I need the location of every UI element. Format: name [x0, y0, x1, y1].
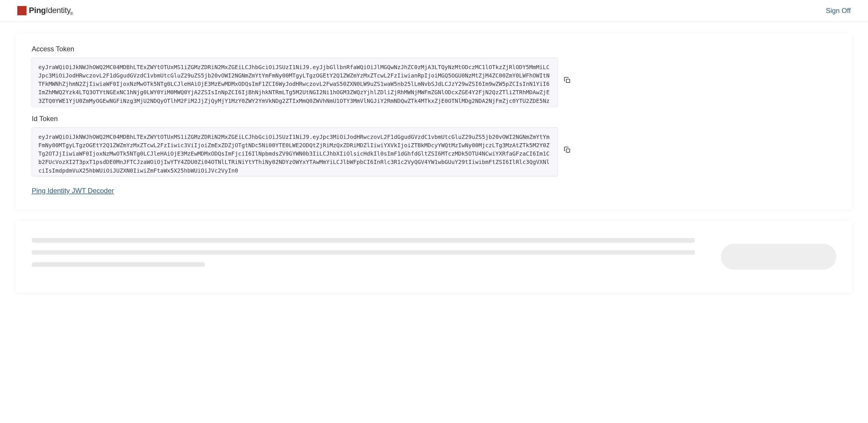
id-token-label: Id Token: [32, 115, 836, 123]
copy-icon: [563, 76, 571, 84]
loading-lines: [32, 238, 709, 267]
skeleton-line: [32, 250, 695, 255]
id-token-value: eyJraWQiOiJkNWJhOWQ2MC04MDBhLTExZWYtOTUx…: [32, 127, 558, 176]
copy-id-token-button[interactable]: [561, 144, 573, 156]
loading-card: [16, 221, 852, 293]
page-header: PingIdentity® Sign Off: [0, 0, 868, 22]
signoff-link[interactable]: Sign Off: [826, 7, 851, 15]
access-token-row: eyJraWQiOiJkNWJhOWQ2MC04MDBhLTExZWYtOTUx…: [32, 58, 836, 107]
brand-light: Identity: [46, 6, 71, 15]
skeleton-button: [721, 244, 836, 270]
jwt-decoder-link[interactable]: Ping Identity JWT Decoder: [32, 187, 114, 195]
svg-rect-0: [566, 79, 570, 83]
brand-logo-mark: [17, 6, 27, 15]
access-token-value: eyJraWQiOiJkNWJhOWQ2MC04MDBhLTExZWYtOTUx…: [32, 58, 558, 107]
content-area: Access Token eyJraWQiOiJkNWJhOWQ2MC04MDB…: [0, 22, 868, 310]
id-token-row: eyJraWQiOiJkNWJhOWQ2MC04MDBhLTExZWYtOTUx…: [32, 127, 836, 176]
copy-icon: [563, 146, 571, 154]
brand-logo: PingIdentity®: [17, 6, 73, 16]
skeleton-line: [32, 262, 205, 267]
brand-dot: ®: [70, 11, 73, 16]
access-token-label: Access Token: [32, 45, 836, 53]
copy-access-token-button[interactable]: [561, 74, 573, 86]
brand-logo-text: PingIdentity®: [29, 6, 73, 16]
brand-bold: Ping: [29, 6, 46, 15]
skeleton-line: [32, 238, 695, 242]
svg-rect-1: [566, 149, 570, 152]
tokens-card: Access Token eyJraWQiOiJkNWJhOWQ2MC04MDB…: [16, 33, 852, 209]
